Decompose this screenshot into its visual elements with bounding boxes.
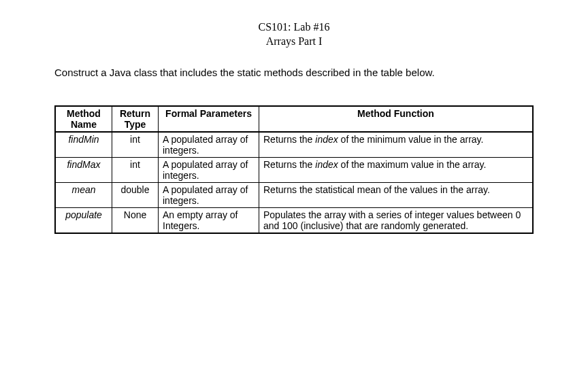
method-name-cell: findMax bbox=[55, 157, 112, 182]
header-formal-params: Formal Parameters bbox=[159, 106, 259, 132]
return-type-cell: double bbox=[112, 182, 159, 207]
document-header: CS101: Lab #16 Arrays Part I bbox=[54, 20, 534, 49]
formal-parameters-cell: An empty array of Integers. bbox=[159, 207, 259, 233]
method-function-cell: Populates the array with a series of int… bbox=[259, 207, 534, 233]
formal-parameters-cell: A populated array of integers. bbox=[159, 182, 259, 207]
lab-subtitle: Arrays Part I bbox=[54, 35, 534, 49]
header-method-function: Method Function bbox=[259, 106, 534, 132]
method-name-cell: findMin bbox=[55, 132, 112, 158]
table-row: findMaxintA populated array of integers.… bbox=[55, 157, 533, 182]
return-type-cell: int bbox=[112, 157, 159, 182]
method-function-cell: Returns the statistical mean of the valu… bbox=[259, 182, 534, 207]
method-name-cell: mean bbox=[55, 182, 112, 207]
table-row: meandoubleA populated array of integers.… bbox=[55, 182, 533, 207]
method-function-cell: Returns the index of the minimum value i… bbox=[259, 132, 534, 158]
method-name-cell: populate bbox=[55, 207, 112, 233]
instruction-text: Construct a Java class that includes the… bbox=[54, 67, 534, 78]
methods-table: Method Name Return Type Formal Parameter… bbox=[54, 105, 534, 234]
return-type-cell: int bbox=[112, 132, 159, 158]
header-return-type: Return Type bbox=[112, 106, 159, 132]
table-row: findMinintA populated array of integers.… bbox=[55, 132, 533, 158]
table-header-row: Method Name Return Type Formal Parameter… bbox=[55, 106, 533, 132]
method-function-cell: Returns the index of the maximum value i… bbox=[259, 157, 534, 182]
formal-parameters-cell: A populated array of integers. bbox=[159, 132, 259, 158]
return-type-cell: None bbox=[112, 207, 159, 233]
header-method-name: Method Name bbox=[55, 106, 112, 132]
table-row: populateNoneAn empty array of Integers.P… bbox=[55, 207, 533, 233]
formal-parameters-cell: A populated array of integers. bbox=[159, 157, 259, 182]
course-title: CS101: Lab #16 bbox=[54, 20, 534, 35]
